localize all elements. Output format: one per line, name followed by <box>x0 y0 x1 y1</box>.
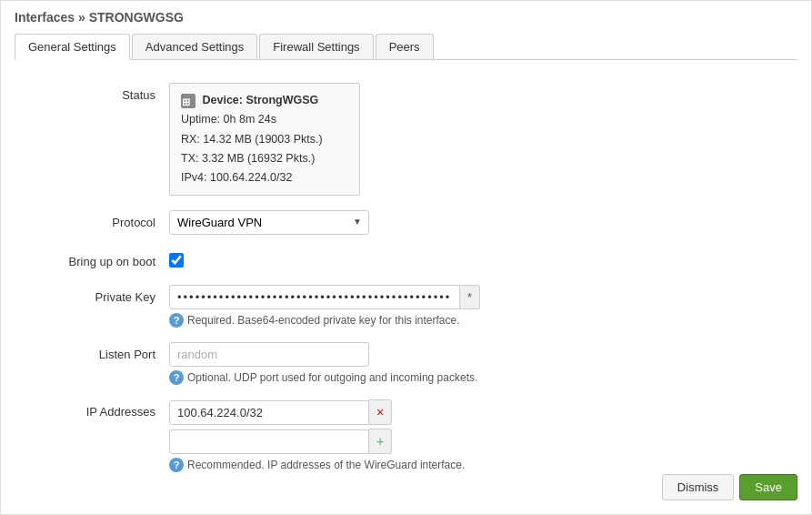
status-ipv4: IPv4: 100.64.224.0/32 <box>181 168 348 187</box>
ip-entry-0: × <box>169 399 788 425</box>
ip-add-button[interactable]: + <box>369 429 392 454</box>
device-icon <box>181 94 195 108</box>
tab-bar: General Settings Advanced Settings Firew… <box>15 34 797 60</box>
ipv4-value: 100.64.224.0/32 <box>210 171 292 184</box>
status-tx: TX: 3.32 MB (16932 Pkts.) <box>181 149 348 168</box>
tx-value: 3.32 MB (16932 Pkts.) <box>202 152 315 165</box>
listen-port-input[interactable] <box>169 342 369 367</box>
boot-content <box>169 249 788 270</box>
breadcrumb-prefix: Interfaces <box>15 10 75 25</box>
status-device-name: StrongWGSG <box>246 94 318 106</box>
private-key-content: * ? Required. Base64-encoded private key… <box>169 285 788 328</box>
boot-row: Bring up on boot <box>24 249 788 270</box>
boot-checkbox[interactable] <box>169 253 184 268</box>
ip-addresses-content: × + ? Recommended. IP addresses of the W… <box>169 399 788 472</box>
ip-addresses-label: IP Addresses <box>24 399 169 419</box>
listen-port-label: Listen Port <box>24 342 169 361</box>
status-content: Device: StrongWGSG Uptime: 0h 8m 24s RX:… <box>169 83 788 196</box>
breadcrumb-separator: » <box>78 10 85 25</box>
status-box: Device: StrongWGSG Uptime: 0h 8m 24s RX:… <box>169 83 360 196</box>
listen-port-content: ? Optional. UDP port used for outgoing a… <box>169 342 788 385</box>
private-key-input[interactable] <box>169 285 460 309</box>
status-device-label: Device: <box>202 94 242 106</box>
tab-advanced[interactable]: Advanced Settings <box>132 34 257 59</box>
protocol-select[interactable]: WireGuard VPN Other <box>169 210 369 235</box>
uptime-label: Uptime: <box>181 113 220 126</box>
protocol-content: WireGuard VPN Other <box>169 210 788 235</box>
ipv4-label: IPv4: <box>181 171 207 184</box>
ip-input-0[interactable] <box>169 400 369 425</box>
ip-remove-button-0[interactable]: × <box>369 399 392 425</box>
private-key-help-icon: ? <box>169 313 184 328</box>
boot-label: Bring up on boot <box>24 249 169 268</box>
save-button[interactable]: Save <box>739 474 797 500</box>
tab-peers[interactable]: Peers <box>376 34 434 59</box>
tab-firewall[interactable]: Firewall Settings <box>259 34 373 59</box>
footer-buttons: Dismiss Save <box>662 474 797 500</box>
private-key-help-text: Required. Base64-encoded private key for… <box>187 314 460 327</box>
ip-help-text: Recommended. IP addresses of the WireGua… <box>187 459 465 471</box>
private-key-label: Private Key <box>24 285 169 304</box>
listen-port-help: ? Optional. UDP port used for outgoing a… <box>169 370 788 385</box>
rx-label: RX: <box>181 133 200 146</box>
form-section: Status Device: StrongWGSG Uptime: 0h 8m … <box>15 78 797 491</box>
uptime-value: 0h 8m 24s <box>224 113 276 126</box>
private-key-wrapper: * <box>169 285 788 309</box>
private-key-row: Private Key * ? Required. Base64-encoded… <box>24 285 788 328</box>
rx-value: 14.32 MB (19003 Pkts.) <box>203 133 322 146</box>
ip-addresses-row: IP Addresses × + ? Recommended. IP addre… <box>24 399 788 472</box>
private-key-help: ? Required. Base64-encoded private key f… <box>169 313 788 328</box>
listen-port-help-text: Optional. UDP port used for outgoing and… <box>187 371 477 384</box>
status-device-line: Device: StrongWGSG <box>181 91 348 110</box>
ip-entry-new: + <box>169 429 788 454</box>
page-wrapper: Interfaces » STRONGWGSG General Settings… <box>0 0 812 515</box>
protocol-select-wrapper: WireGuard VPN Other <box>169 210 369 235</box>
tx-label: TX: <box>181 152 198 165</box>
tab-general[interactable]: General Settings <box>15 34 130 60</box>
status-uptime: Uptime: 0h 8m 24s <box>181 110 348 129</box>
breadcrumb: Interfaces » STRONGWGSG <box>15 10 797 25</box>
dismiss-button[interactable]: Dismiss <box>662 474 735 500</box>
ip-help-icon: ? <box>169 458 184 472</box>
status-rx: RX: 14.32 MB (19003 Pkts.) <box>181 130 348 149</box>
status-label: Status <box>24 83 169 102</box>
protocol-row: Protocol WireGuard VPN Other <box>24 210 788 235</box>
listen-port-help-icon: ? <box>169 370 184 385</box>
status-row: Status Device: StrongWGSG Uptime: 0h 8m … <box>24 83 788 196</box>
listen-port-row: Listen Port ? Optional. UDP port used fo… <box>24 342 788 385</box>
private-key-toggle-button[interactable]: * <box>460 285 480 309</box>
ip-help: ? Recommended. IP addresses of the WireG… <box>169 458 788 472</box>
protocol-label: Protocol <box>24 210 169 229</box>
breadcrumb-current: STRONGWGSG <box>89 10 184 25</box>
ip-input-new[interactable] <box>169 429 369 454</box>
